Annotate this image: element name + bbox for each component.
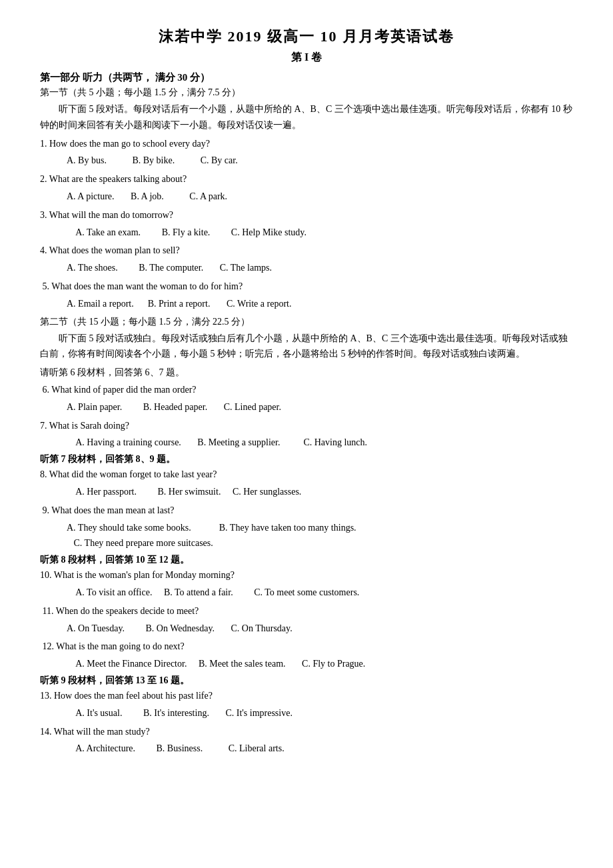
question-11: 11. When do the speakers decide to meet?… [40,603,573,637]
q1-optB: B. By bike. [132,155,198,165]
q7-options: A. Having a training course. B. Meeting … [67,435,573,451]
q5-optB: B. Print a report. [148,299,225,309]
q4-optA: A. The shoes. [67,263,137,273]
question-1: 1. How does the man go to school every d… [40,136,573,169]
question-9: 9. What does the man mean at last? A. Th… [40,503,573,551]
q7-optC: C. Having lunch. [303,437,367,447]
q3-optC: C. Help Mike study. [231,227,306,237]
question-13: 13. How does the man feel about his past… [40,688,573,721]
question-2: 2. What are the speakers talking about? … [40,171,573,205]
q3-optA: A. Take an exam. [67,227,159,237]
q1-text: How does the man go to school every day? [49,139,210,149]
q14-optA: A. Architecture. [67,743,154,753]
q9-options: A. They should take some books. B. They … [67,520,573,552]
q1-optC: C. By car. [201,155,238,165]
section1-header: 第一节（共 5 小题；每小题 1.5 分，满分 7.5 分） [40,87,573,99]
q4-optC: C. The lamps. [220,263,272,273]
q11-optA: A. On Tuesday. [67,623,143,633]
q9-optC: C. They need prepare more suitcases. [67,535,573,551]
q12-optA: A. Meet the Finance Director. [67,659,196,669]
page-title: 沫若中学 2019 级高一 10 月月考英语试卷 [40,27,573,47]
section1-instruction: 听下面 5 段对话。每段对话后有一个小题，从题中所给的 A、B、C 三个选项中选… [40,101,573,133]
question-12: 12. What is the man going to do next? A.… [40,639,573,672]
q5-optC: C. Write a report. [227,299,292,309]
q8-options: A. Her passport. B. Her swimsuit. C. Her… [67,484,573,500]
q4-optB: B. The computer. [139,263,217,273]
q10-optC: C. To meet some customers. [254,587,359,597]
volume-label: 第 I 卷 [40,51,573,65]
q14-optC: C. Liberal arts. [229,743,285,753]
q14-optB: B. Business. [157,743,227,753]
q1-number: 1. [40,139,49,149]
q3-options: A. Take an exam. B. Fly a kite. C. Help … [67,225,573,241]
q9-optA: A. They should take some books. B. They … [67,520,573,536]
question-8: 8. What did the woman forget to take las… [40,467,573,500]
q13-optA: A. It's usual. [67,708,141,718]
q11-optB: B. On Wednesday. [146,623,229,633]
q13-options: A. It's usual. B. It's interesting. C. I… [67,705,573,721]
q4-options: A. The shoes. B. The computer. C. The la… [67,260,573,276]
q6-optB: B. Headed paper. [143,402,221,412]
q14-options: A. Architecture. B. Business. C. Liberal… [67,741,573,757]
section2-instruction: 听下面 5 段对话或独白。每段对话或独白后有几个小题，从题中所给的 A、B、C … [40,331,573,363]
question-6: 6. What kind of paper did the man order?… [40,382,573,415]
q7-optB: B. Meeting a supplier. [197,437,301,447]
q12-optC: C. Fly to Prague. [302,659,365,669]
q3-optB: B. Fly a kite. [162,227,229,237]
q11-options: A. On Tuesday. B. On Wednesday. C. On Th… [67,621,573,637]
q2-optC: C. A park. [189,191,227,201]
q11-optC: C. On Thursday. [231,623,292,633]
question-10: 10. What is the woman's plan for Monday … [40,567,573,601]
q1-options: A. By bus. B. By bike. C. By car. [67,153,573,169]
q1-optA: A. By bus. [67,155,130,165]
q12-options: A. Meet the Finance Director. B. Meet th… [67,656,573,672]
q6-optC: C. Lined paper. [224,402,281,412]
question-14: 14. What will the man study? A. Architec… [40,724,573,757]
q10-options: A. To visit an office. B. To attend a fa… [67,585,573,601]
q12-optB: B. Meet the sales team. [199,659,300,669]
q7-optA: A. Having a training course. [67,437,195,447]
material-9-header: 听第 9 段材料，回答第 13 至 16 题。 [40,675,573,687]
q2-optA: A. A picture. [67,191,129,201]
q5-options: A. Email a report. B. Print a report. C.… [67,296,573,312]
question-7: 7. What is Sarah doing? A. Having a trai… [40,418,573,451]
part1-header: 第一部分 听力（共两节， 满分 30 分） [40,71,573,84]
question-4: 4. What does the woman plan to sell? A. … [40,243,573,276]
material-7-header: 听第 7 段材料，回答第 8、9 题。 [40,453,573,465]
q8-optB: B. Her swimsuit. [158,487,231,497]
q5-optA: A. Email a report. [67,299,145,309]
q8-optA: A. Her passport. [67,487,155,497]
q10-optB: B. To attend a fair. [164,587,252,597]
question-3: 3. What will the man do tomorrow? A. Tak… [40,207,573,241]
q10-optA: A. To visit an office. [67,587,161,597]
material-8-header: 听第 8 段材料，回答第 10 至 12 题。 [40,554,573,566]
q13-optB: B. It's interesting. [143,708,223,718]
question-5: 5. What does the man want the woman to d… [40,279,573,312]
section2-note: 请听第 6 段材料，回答第 6、7 题。 [40,365,573,381]
section2-header: 第二节（共 15 小题；每小题 1.5 分，满分 22.5 分） [40,316,573,328]
q6-options: A. Plain paper. B. Headed paper. C. Line… [67,399,573,415]
q13-optC: C. It's impressive. [225,708,293,718]
q2-options: A. A picture. B. A job. C. A park. [67,189,573,205]
q8-optC: C. Her sunglasses. [233,487,301,497]
q2-optB: B. A job. [131,191,187,201]
q6-optA: A. Plain paper. [67,402,141,412]
